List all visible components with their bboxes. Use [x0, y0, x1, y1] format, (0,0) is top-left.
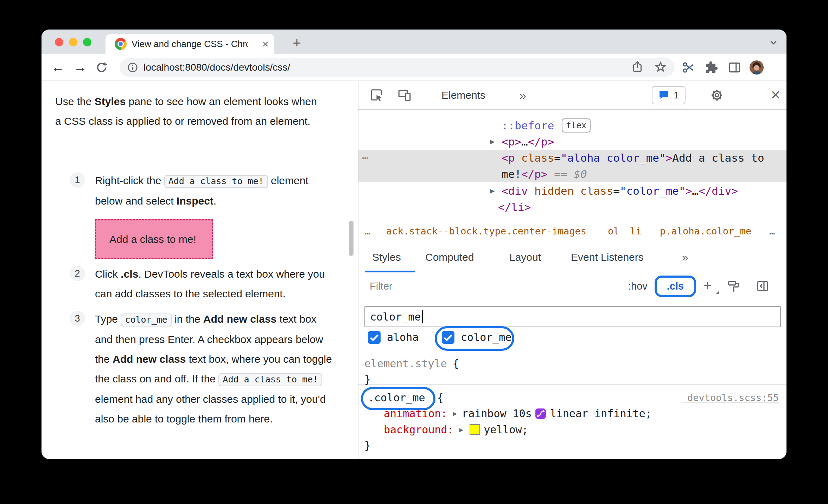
- tab-strip: View and change CSS - Chrom × +: [42, 30, 786, 54]
- extensions-puzzle-icon[interactable]: [705, 61, 718, 76]
- add-class-demo-element[interactable]: Add a class to me!: [95, 219, 213, 259]
- chrome-favicon-icon: [115, 38, 127, 50]
- new-rule-dropdown-triangle[interactable]: [716, 291, 719, 294]
- step-3-text: Type color_me in the Add new class text …: [95, 309, 334, 429]
- dom-node-li-close[interactable]: </li>: [498, 199, 531, 215]
- element-style-selector: element.style{: [364, 356, 459, 372]
- sidebar-toggle-icon[interactable]: [756, 279, 769, 294]
- toggle-hover-state-button[interactable]: :hov: [628, 272, 648, 300]
- node-overflow-icon[interactable]: ⋯: [362, 150, 369, 166]
- dom-node-div-hidden[interactable]: <div hidden class="color_me">…</div>: [502, 183, 738, 199]
- dom-tree: ::beforeflex ▶ <p>…</p> ⋯ <p class="aloh…: [358, 110, 786, 220]
- devtools-pane: Elements » 1 × ::beforeflex ▶ <p>…</p> ⋯: [358, 81, 786, 459]
- close-devtools-icon[interactable]: ×: [766, 81, 785, 110]
- selected-node-line-2: me!</p> == $0: [502, 166, 587, 182]
- side-panel-icon[interactable]: [728, 61, 741, 76]
- step-2-text: Click .cls. DevTools reveals a text box …: [95, 264, 334, 304]
- chevron-down-icon[interactable]: [768, 37, 779, 49]
- scissors-extension-icon[interactable]: [682, 61, 695, 76]
- dom-node-selected[interactable]: ⋯ <p class="aloha color_me">Add a class …: [358, 150, 786, 182]
- more-panels-icon[interactable]: »: [520, 81, 526, 110]
- text-caret: [422, 310, 423, 323]
- step-1-text: Right-click the Add a class to me! eleme…: [95, 171, 334, 211]
- class-editor: color_me aloha color_me: [358, 300, 786, 353]
- cls-highlight-ring: .cls: [655, 276, 696, 297]
- step-number: 3: [70, 311, 85, 326]
- expand-arrow-icon[interactable]: ▶: [490, 134, 495, 150]
- breadcrumb-item[interactable]: ack.stack--block.type.center-images: [386, 220, 586, 242]
- bezier-editor-icon[interactable]: [535, 410, 547, 422]
- tab-elements[interactable]: Elements: [441, 81, 485, 110]
- toggle-class-editor-button[interactable]: .cls: [667, 280, 684, 292]
- color-me-highlight-ring: [435, 326, 514, 351]
- checkmark-icon: [368, 331, 381, 344]
- breadcrumb-overflow[interactable]: …: [769, 220, 775, 242]
- element-style-rule: element.style{ }: [358, 353, 786, 385]
- share-icon[interactable]: [631, 60, 644, 75]
- tab-computed[interactable]: Computed: [425, 242, 474, 272]
- forward-icon[interactable]: →: [70, 54, 90, 81]
- class-label-aloha: aloha: [387, 330, 419, 345]
- disclosure-arrow-icon: ▶: [459, 426, 463, 433]
- more-tabs-icon[interactable]: »: [682, 242, 688, 272]
- device-toolbar-icon[interactable]: [398, 88, 411, 103]
- docs-pane: Use the Styles pane to see how an elemen…: [42, 81, 358, 459]
- dom-breadcrumbs: … ack.stack--block.type.center-images ol…: [358, 220, 786, 242]
- dom-node-p-collapsed[interactable]: <p>…</p>: [502, 134, 554, 150]
- step-number: 1: [70, 172, 85, 188]
- tab-title: View and change CSS - Chrom: [132, 39, 248, 50]
- docs-scrollbar-thumb[interactable]: [349, 221, 354, 256]
- breadcrumb-item[interactable]: li: [630, 220, 642, 242]
- paint-roller-icon[interactable]: [727, 279, 740, 294]
- selected-node-line-1: <p class="aloha color_me">Add a class to: [502, 150, 764, 166]
- back-icon[interactable]: ←: [48, 54, 68, 81]
- step-number: 2: [70, 266, 85, 281]
- rule-close-brace: }: [364, 438, 371, 454]
- breadcrumb-item[interactable]: ol: [608, 220, 619, 242]
- source-file-link[interactable]: _devtools.scss:55: [682, 390, 779, 406]
- styles-filter-bar: Filter :hov .cls +: [358, 272, 786, 300]
- bookmark-star-icon[interactable]: [654, 60, 667, 75]
- expand-arrow-icon[interactable]: ▶: [490, 183, 495, 199]
- inspect-element-icon[interactable]: [370, 88, 383, 103]
- tab-event-listeners[interactable]: Event Listeners: [571, 242, 644, 272]
- console-messages-button[interactable]: 1: [652, 86, 686, 104]
- add-class-input[interactable]: color_me: [364, 306, 781, 327]
- devtools-toolbar: Elements » 1 ×: [358, 81, 786, 110]
- profile-avatar[interactable]: [750, 60, 764, 75]
- zoom-window-button[interactable]: [83, 38, 91, 46]
- color-me-rule: .color_me{ _devtools.scss:55 animation:▶…: [358, 385, 786, 459]
- dom-node-before-pseudo[interactable]: ::beforeflex: [502, 117, 591, 134]
- url-text: localhost:8080/docs/devtools/css/: [144, 62, 290, 73]
- flex-badge[interactable]: flex: [562, 118, 591, 133]
- chat-bubble-icon: [658, 90, 669, 101]
- tab-styles[interactable]: Styles: [372, 242, 401, 272]
- browser-tab[interactable]: View and change CSS - Chrom ×: [106, 34, 274, 54]
- page-content: Use the Styles pane to see how an elemen…: [42, 81, 786, 459]
- tab-layout[interactable]: Layout: [509, 242, 541, 272]
- rule-selector-line: .color_me{: [368, 390, 444, 406]
- disclosure-arrow-icon: ▶: [453, 409, 457, 417]
- settings-gear-icon[interactable]: [710, 89, 724, 103]
- close-tab-icon[interactable]: ×: [262, 38, 269, 50]
- intro-paragraph: Use the Styles pane to see how an elemen…: [55, 92, 321, 131]
- new-style-rule-button[interactable]: +: [703, 272, 712, 300]
- new-tab-button[interactable]: +: [288, 34, 306, 53]
- reload-icon[interactable]: [95, 61, 108, 76]
- class-checkbox-aloha[interactable]: [368, 331, 381, 344]
- browser-toolbar: ← → localhost:8080/docs/devtools/css/: [42, 54, 786, 81]
- address-bar[interactable]: localhost:8080/docs/devtools/css/: [120, 58, 675, 77]
- inline-code: Add a class to me!: [164, 175, 268, 188]
- background-declaration[interactable]: background:▶yellow;: [384, 421, 528, 438]
- color-swatch[interactable]: [470, 424, 480, 435]
- add-class-input-value: color_me: [370, 311, 421, 323]
- minimize-window-button[interactable]: [69, 38, 77, 46]
- css-selector[interactable]: .color_me: [368, 392, 425, 404]
- browser-window: View and change CSS - Chrom × + ← → loca…: [42, 30, 786, 459]
- breadcrumb-item-selected[interactable]: p.aloha.color_me: [660, 220, 751, 242]
- breadcrumb-overflow[interactable]: …: [364, 220, 370, 242]
- toolbar-divider: [424, 86, 424, 104]
- close-window-button[interactable]: [55, 38, 63, 46]
- filter-input[interactable]: Filter: [370, 272, 392, 300]
- site-info-icon[interactable]: [127, 62, 139, 73]
